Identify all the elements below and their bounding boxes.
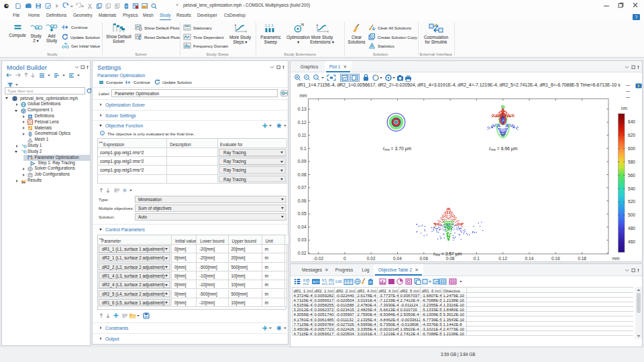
svg-text:0.14: 0.14 <box>525 256 534 261</box>
svg-text:0.04: 0.04 <box>298 225 307 229</box>
svg-text:e+1: e+1 <box>322 282 327 286</box>
svg-text:0.85: 0.85 <box>335 280 342 284</box>
svg-text:520: 520 <box>628 199 635 204</box>
svg-text:0.09: 0.09 <box>298 159 307 164</box>
svg-text:0.08: 0.08 <box>446 256 455 261</box>
svg-text:0.08: 0.08 <box>298 172 307 177</box>
svg-text:rrms = 3.70 µm: rrms = 3.70 µm <box>383 146 412 152</box>
svg-text:e+3: e+3 <box>329 282 334 286</box>
svg-text:540: 540 <box>628 186 635 191</box>
svg-text:0.1: 0.1 <box>300 146 306 151</box>
svg-text:0.18: 0.18 <box>578 256 586 261</box>
svg-text:mm: mm <box>300 93 307 98</box>
svg-text:0.06: 0.06 <box>419 256 428 261</box>
svg-text:0.16: 0.16 <box>551 256 560 261</box>
svg-text:0.03: 0.03 <box>298 237 307 242</box>
svg-text:mm: mm <box>612 256 620 261</box>
svg-text:0: 0 <box>343 256 346 261</box>
svg-text:-0.02: -0.02 <box>313 256 323 261</box>
svg-text:620: 620 <box>628 133 635 137</box>
svg-text:600: 600 <box>628 146 635 151</box>
svg-text:500: 500 <box>628 213 635 217</box>
svg-text:1 2 3: 1 2 3 <box>265 23 273 27</box>
svg-text:0.07: 0.07 <box>298 185 307 190</box>
svg-text:0.06: 0.06 <box>298 198 307 203</box>
svg-text:e+2: e+2 <box>303 282 309 286</box>
svg-text:0.12: 0.12 <box>498 256 507 261</box>
svg-text:580: 580 <box>628 160 635 164</box>
svg-text:480: 480 <box>628 226 635 231</box>
svg-text:0.1: 0.1 <box>474 256 480 261</box>
svg-text:0.13: 0.13 <box>298 107 307 111</box>
svg-text:560: 560 <box>628 173 635 178</box>
svg-text:0.04: 0.04 <box>393 256 402 261</box>
svg-text:460: 460 <box>628 239 635 244</box>
svg-text:0.02: 0.02 <box>298 251 307 255</box>
svg-text:0.11: 0.11 <box>298 133 307 137</box>
svg-text:640: 640 <box>628 119 635 124</box>
svg-text:0.12: 0.12 <box>298 120 307 125</box>
svg-text:0.02: 0.02 <box>367 256 376 261</box>
svg-text:0.05: 0.05 <box>298 211 307 216</box>
svg-text:nm: nm <box>621 106 628 111</box>
svg-text:rrms = 6.96 µm: rrms = 6.96 µm <box>489 146 518 152</box>
svg-text:AUTO: AUTO <box>313 280 321 284</box>
